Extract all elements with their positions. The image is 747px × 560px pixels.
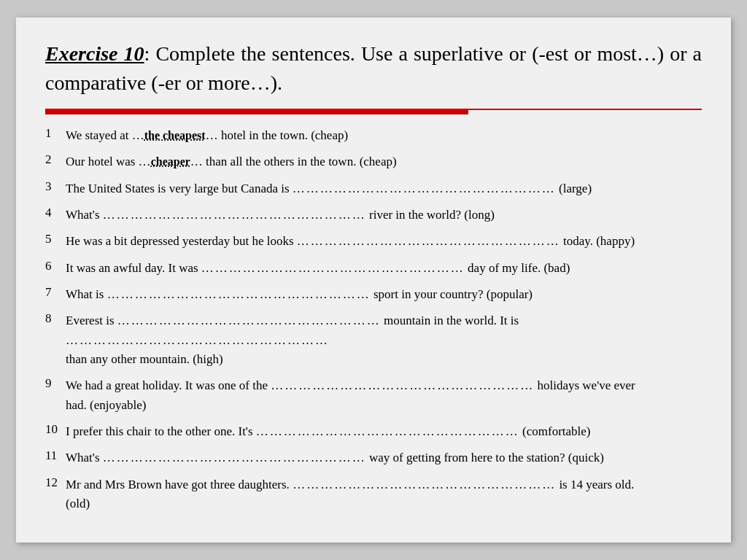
sentence-item-3: 3 The United States is very large but Ca… xyxy=(45,179,702,198)
sentence-number-8: 8 xyxy=(45,311,66,324)
dots-5: ………………………………………………… xyxy=(297,234,560,248)
sentence-content-9: We had a great holiday. It was one of th… xyxy=(66,376,702,415)
sentence-item-10: 10 I prefer this chair to the other one.… xyxy=(45,422,702,441)
sentence-content-12: Mr and Mrs Brown have got three daughter… xyxy=(66,475,702,514)
dots-4: ………………………………………………… xyxy=(103,208,366,222)
exercise-label: Exercise 10 xyxy=(45,42,144,65)
sentence-number-5: 5 xyxy=(45,232,66,245)
sentence-content-6: It was an awful day. It was ………………………………… xyxy=(66,259,702,278)
sentence-item-12: 12 Mr and Mrs Brown have got three daugh… xyxy=(45,475,702,514)
sentence-item-4: 4 What's ………………………………………………… river in th… xyxy=(45,206,702,225)
sentence-content-2: Our hotel was …cheaper… than all the oth… xyxy=(66,152,702,171)
answer-1: the cheapest xyxy=(144,129,206,141)
sentence-number-6: 6 xyxy=(45,259,66,272)
dots-6: ………………………………………………… xyxy=(201,261,465,275)
dots-3: ………………………………………………… xyxy=(293,182,556,195)
red-bar-accent xyxy=(45,109,468,114)
sentence-content-7: What is ………………………………………………… sport in you… xyxy=(66,285,702,304)
sentence-item-7: 7 What is ………………………………………………… sport in y… xyxy=(45,285,702,304)
slide-container: Exercise 10: Complete the sentences. Use… xyxy=(16,18,731,543)
sentence-content-5: He was a bit depressed yesterday but he … xyxy=(66,232,702,251)
sentence-number-12: 12 xyxy=(45,475,66,489)
answer-2: cheaper xyxy=(151,155,190,168)
sentence-number-1: 1 xyxy=(45,126,66,139)
sentence-number-3: 3 xyxy=(45,179,66,192)
dots-12: ………………………………………………… xyxy=(293,478,556,491)
title-text: Exercise 10: Complete the sentences. Use… xyxy=(45,39,702,98)
sentence-content-4: What's ………………………………………………… river in the … xyxy=(66,206,702,225)
sentence-item-11: 11 What's ………………………………………………… way of get… xyxy=(45,448,702,467)
sentence-item-9: 9 We had a great holiday. It was one of … xyxy=(45,376,702,415)
sentence-number-10: 10 xyxy=(45,422,66,435)
sentence-number-2: 2 xyxy=(45,152,66,166)
sentence-content-11: What's ………………………………………………… way of gettin… xyxy=(66,448,702,467)
sentence-number-7: 7 xyxy=(45,285,66,298)
dots-9: ………………………………………………… xyxy=(271,378,534,392)
sentence-number-4: 4 xyxy=(45,206,66,219)
dots-10: ………………………………………………… xyxy=(256,424,519,438)
dots-7: ………………………………………………… xyxy=(107,287,371,301)
sentence-item-1: 1 We stayed at …the cheapest… hotel in t… xyxy=(45,126,702,145)
sentence-number-9: 9 xyxy=(45,376,66,389)
dots-11: ………………………………………………… xyxy=(103,451,366,464)
sentence-number-11: 11 xyxy=(45,448,66,462)
sentence-content-3: The United States is very large but Cana… xyxy=(66,179,702,198)
sentence-content-10: I prefer this chair to the other one. It… xyxy=(66,422,702,441)
sentences-section: 1 We stayed at …the cheapest… hotel in t… xyxy=(45,126,702,514)
sentence-item-8: 8 Everest is ………………………………………………… mountai… xyxy=(45,311,702,369)
dots-8a: ………………………………………………… xyxy=(117,314,381,327)
sentence-item-6: 6 It was an awful day. It was …………………………… xyxy=(45,259,702,278)
sentence-item-2: 2 Our hotel was …cheaper… than all the o… xyxy=(45,152,702,171)
dots-8b: ………………………………………………… xyxy=(66,333,329,347)
sentence-item-5: 5 He was a bit depressed yesterday but h… xyxy=(45,232,702,251)
red-line-right xyxy=(468,109,702,110)
sentence-content-1: We stayed at …the cheapest… hotel in the… xyxy=(66,126,702,145)
sentence-content-8: Everest is ………………………………………………… mountain … xyxy=(66,311,702,369)
title-section: Exercise 10: Complete the sentences. Use… xyxy=(45,39,702,98)
